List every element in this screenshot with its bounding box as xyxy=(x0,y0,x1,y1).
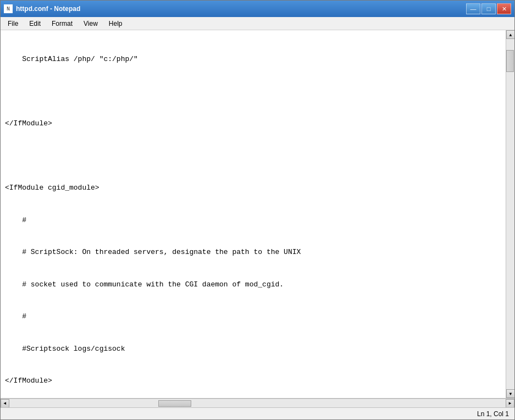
scroll-thumb-vertical[interactable] xyxy=(506,50,514,72)
title-buttons: — □ ✕ xyxy=(466,3,511,14)
line-3: </IfModule> xyxy=(5,118,501,129)
scroll-up-button[interactable]: ▲ xyxy=(506,30,514,39)
scroll-left-button[interactable]: ◄ xyxy=(1,399,9,408)
maximize-button[interactable]: □ xyxy=(481,3,496,14)
horizontal-scrollbar[interactable]: ◄ ► xyxy=(1,399,514,407)
app-icon: N xyxy=(4,4,13,13)
scroll-track-horizontal[interactable] xyxy=(9,400,506,407)
scroll-thumb-horizontal[interactable] xyxy=(158,400,191,407)
line-7: # ScriptSock: On threaded servers, desig… xyxy=(5,247,501,258)
menu-format[interactable]: Format xyxy=(47,18,77,29)
scroll-down-button[interactable]: ▼ xyxy=(506,389,514,398)
menu-view[interactable]: View xyxy=(79,18,103,29)
title-bar: N httpd.conf - Notepad — □ ✕ xyxy=(1,1,514,17)
line-1: ScriptAlias /php/ "c:/php/" xyxy=(5,54,501,65)
menu-bar: File Edit Format View Help xyxy=(1,17,514,30)
scroll-right-button[interactable]: ► xyxy=(506,399,514,408)
vertical-scrollbar[interactable]: ▲ ▼ xyxy=(506,30,514,398)
line-6: # xyxy=(5,215,501,226)
title-bar-left: N httpd.conf - Notepad xyxy=(4,4,80,13)
close-button[interactable]: ✕ xyxy=(497,3,511,14)
status-text: Ln 1, Col 1 xyxy=(477,410,509,418)
text-editor[interactable]: ScriptAlias /php/ "c:/php/" </IfModule> … xyxy=(1,30,506,398)
line-9: # xyxy=(5,311,501,322)
line-11: </IfModule> xyxy=(5,375,501,386)
menu-edit[interactable]: Edit xyxy=(24,18,46,29)
text-inner: ScriptAlias /php/ "c:/php/" </IfModule> … xyxy=(1,30,506,398)
line-5: <IfModule cgid_module> xyxy=(5,183,501,194)
menu-help[interactable]: Help xyxy=(104,18,128,29)
window-title: httpd.conf - Notepad xyxy=(16,5,80,13)
minimize-button[interactable]: — xyxy=(466,3,480,14)
content-area: ScriptAlias /php/ "c:/php/" </IfModule> … xyxy=(1,30,514,398)
line-10: #Scriptsock logs/cgisock xyxy=(5,344,501,355)
menu-file[interactable]: File xyxy=(3,18,23,29)
main-window: N httpd.conf - Notepad — □ ✕ File Edit F… xyxy=(0,0,515,420)
line-2 xyxy=(5,86,501,97)
line-4 xyxy=(5,151,501,162)
status-bar: Ln 1, Col 1 xyxy=(1,407,514,419)
scroll-track-vertical[interactable] xyxy=(506,39,514,389)
line-8: # socket used to communicate with the CG… xyxy=(5,279,501,290)
bottom-area: ◄ ► Ln 1, Col 1 xyxy=(1,398,514,419)
